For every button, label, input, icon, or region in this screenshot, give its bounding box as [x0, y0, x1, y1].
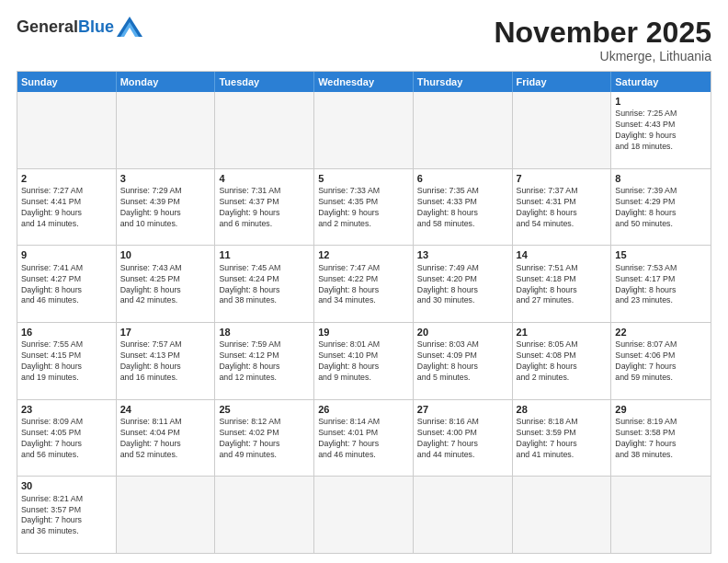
calendar-cell: 29Sunrise: 8:19 AM Sunset: 3:58 PM Dayli…	[611, 400, 711, 477]
calendar-cell: 20Sunrise: 8:03 AM Sunset: 4:09 PM Dayli…	[414, 323, 513, 399]
calendar-cell: 24Sunrise: 8:11 AM Sunset: 4:04 PM Dayli…	[117, 400, 216, 477]
calendar-cell: 10Sunrise: 7:43 AM Sunset: 4:25 PM Dayli…	[117, 246, 216, 322]
cell-day-number: 1	[615, 95, 707, 108]
cell-day-number: 5	[318, 172, 409, 185]
calendar-cell: 26Sunrise: 8:14 AM Sunset: 4:01 PM Dayli…	[314, 400, 414, 477]
calendar-cell: 18Sunrise: 7:59 AM Sunset: 4:12 PM Dayli…	[215, 323, 314, 399]
calendar-cell	[513, 92, 612, 168]
day-header-saturday: Saturday	[611, 72, 711, 92]
calendar-cell	[414, 92, 513, 168]
cell-day-number: 13	[417, 248, 508, 261]
cell-info: Sunrise: 8:05 AM Sunset: 4:08 PM Dayligh…	[517, 339, 608, 384]
cell-info: Sunrise: 7:25 AM Sunset: 4:43 PM Dayligh…	[615, 109, 707, 153]
calendar-row-4: 23Sunrise: 8:09 AM Sunset: 4:05 PM Dayli…	[17, 399, 711, 477]
cell-info: Sunrise: 7:33 AM Sunset: 4:35 PM Dayligh…	[318, 186, 409, 230]
cell-info: Sunrise: 8:21 AM Sunset: 3:57 PM Dayligh…	[21, 494, 112, 538]
calendar-cell: 14Sunrise: 7:51 AM Sunset: 4:18 PM Dayli…	[513, 246, 612, 322]
calendar-header: SundayMondayTuesdayWednesdayThursdayFrid…	[17, 72, 711, 92]
cell-day-number: 18	[219, 326, 310, 339]
calendar-cell: 15Sunrise: 7:53 AM Sunset: 4:17 PM Dayli…	[611, 246, 711, 322]
logo-blue-text: Blue	[78, 17, 114, 37]
calendar-cell: 21Sunrise: 8:05 AM Sunset: 4:08 PM Dayli…	[513, 323, 612, 399]
cell-day-number: 12	[318, 248, 409, 261]
cell-day-number: 24	[120, 403, 211, 416]
cell-info: Sunrise: 7:37 AM Sunset: 4:31 PM Dayligh…	[517, 186, 608, 230]
calendar-cell: 9Sunrise: 7:41 AM Sunset: 4:27 PM Daylig…	[17, 246, 117, 322]
calendar-cell: 11Sunrise: 7:45 AM Sunset: 4:24 PM Dayli…	[215, 246, 314, 322]
cell-info: Sunrise: 7:43 AM Sunset: 4:25 PM Dayligh…	[120, 263, 211, 307]
day-header-monday: Monday	[117, 72, 216, 92]
calendar-cell	[414, 477, 513, 553]
cell-day-number: 9	[21, 248, 112, 261]
calendar-cell: 7Sunrise: 7:37 AM Sunset: 4:31 PM Daylig…	[513, 169, 612, 246]
cell-info: Sunrise: 7:45 AM Sunset: 4:24 PM Dayligh…	[219, 263, 310, 307]
cell-day-number: 14	[517, 248, 608, 261]
calendar-row-3: 16Sunrise: 7:55 AM Sunset: 4:15 PM Dayli…	[17, 322, 711, 399]
logo: General Blue	[17, 17, 142, 37]
cell-day-number: 20	[417, 326, 508, 339]
calendar-cell	[117, 477, 216, 553]
cell-day-number: 10	[120, 248, 211, 261]
calendar-cell: 1Sunrise: 7:25 AM Sunset: 4:43 PM Daylig…	[611, 92, 711, 168]
cell-info: Sunrise: 8:11 AM Sunset: 4:04 PM Dayligh…	[120, 417, 211, 461]
cell-info: Sunrise: 8:16 AM Sunset: 4:00 PM Dayligh…	[417, 417, 508, 461]
cell-info: Sunrise: 7:59 AM Sunset: 4:12 PM Dayligh…	[219, 339, 310, 384]
day-header-wednesday: Wednesday	[314, 72, 414, 92]
cell-day-number: 26	[318, 403, 409, 416]
cell-info: Sunrise: 8:01 AM Sunset: 4:10 PM Dayligh…	[318, 339, 409, 384]
calendar-cell: 2Sunrise: 7:27 AM Sunset: 4:41 PM Daylig…	[17, 169, 117, 246]
cell-day-number: 7	[517, 172, 608, 185]
cell-info: Sunrise: 8:12 AM Sunset: 4:02 PM Dayligh…	[219, 417, 310, 461]
cell-day-number: 16	[21, 326, 112, 339]
calendar-cell: 6Sunrise: 7:35 AM Sunset: 4:33 PM Daylig…	[414, 169, 513, 246]
logo-general-text: General	[17, 17, 78, 37]
cell-day-number: 27	[417, 403, 508, 416]
day-header-friday: Friday	[513, 72, 612, 92]
calendar-cell: 13Sunrise: 7:49 AM Sunset: 4:20 PM Dayli…	[414, 246, 513, 322]
calendar-cell: 17Sunrise: 7:57 AM Sunset: 4:13 PM Dayli…	[117, 323, 216, 399]
cell-day-number: 28	[517, 403, 608, 416]
cell-day-number: 6	[417, 172, 508, 185]
calendar-cell: 22Sunrise: 8:07 AM Sunset: 4:06 PM Dayli…	[611, 323, 711, 399]
cell-info: Sunrise: 7:31 AM Sunset: 4:37 PM Dayligh…	[219, 186, 310, 230]
cell-day-number: 11	[219, 248, 310, 261]
cell-info: Sunrise: 8:14 AM Sunset: 4:01 PM Dayligh…	[318, 417, 409, 461]
cell-info: Sunrise: 7:55 AM Sunset: 4:15 PM Dayligh…	[21, 339, 112, 384]
calendar-cell	[215, 92, 314, 168]
cell-info: Sunrise: 8:03 AM Sunset: 4:09 PM Dayligh…	[417, 339, 508, 384]
day-header-sunday: Sunday	[17, 72, 117, 92]
calendar-row-5: 30Sunrise: 8:21 AM Sunset: 3:57 PM Dayli…	[17, 476, 711, 553]
cell-info: Sunrise: 7:35 AM Sunset: 4:33 PM Dayligh…	[417, 186, 508, 230]
calendar-cell: 28Sunrise: 8:18 AM Sunset: 3:59 PM Dayli…	[513, 400, 612, 477]
logo-icon	[117, 17, 142, 37]
cell-info: Sunrise: 7:29 AM Sunset: 4:39 PM Dayligh…	[120, 186, 211, 230]
calendar-row-0: 1Sunrise: 7:25 AM Sunset: 4:43 PM Daylig…	[17, 92, 711, 168]
header: General Blue November 2025 Ukmerge, Lith…	[17, 17, 711, 63]
calendar: SundayMondayTuesdayWednesdayThursdayFrid…	[17, 71, 711, 554]
calendar-cell: 5Sunrise: 7:33 AM Sunset: 4:35 PM Daylig…	[314, 169, 414, 246]
cell-info: Sunrise: 7:41 AM Sunset: 4:27 PM Dayligh…	[21, 263, 112, 307]
calendar-cell: 30Sunrise: 8:21 AM Sunset: 3:57 PM Dayli…	[17, 477, 117, 553]
cell-info: Sunrise: 7:51 AM Sunset: 4:18 PM Dayligh…	[517, 263, 608, 307]
cell-day-number: 21	[517, 326, 608, 339]
cell-info: Sunrise: 8:18 AM Sunset: 3:59 PM Dayligh…	[517, 417, 608, 461]
calendar-cell	[314, 477, 414, 553]
calendar-cell	[314, 92, 414, 168]
calendar-cell	[117, 92, 216, 168]
calendar-cell: 16Sunrise: 7:55 AM Sunset: 4:15 PM Dayli…	[17, 323, 117, 399]
title-section: November 2025 Ukmerge, Lithuania	[494, 17, 711, 63]
cell-day-number: 30	[21, 479, 112, 492]
calendar-cell	[513, 477, 612, 553]
calendar-cell	[611, 477, 711, 553]
calendar-row-2: 9Sunrise: 7:41 AM Sunset: 4:27 PM Daylig…	[17, 245, 711, 322]
cell-day-number: 23	[21, 403, 112, 416]
location: Ukmerge, Lithuania	[494, 49, 711, 63]
calendar-cell: 3Sunrise: 7:29 AM Sunset: 4:39 PM Daylig…	[117, 169, 216, 246]
cell-day-number: 22	[615, 326, 707, 339]
calendar-cell: 23Sunrise: 8:09 AM Sunset: 4:05 PM Dayli…	[17, 400, 117, 477]
month-title: November 2025	[494, 17, 711, 49]
calendar-row-1: 2Sunrise: 7:27 AM Sunset: 4:41 PM Daylig…	[17, 168, 711, 246]
cell-day-number: 19	[318, 326, 409, 339]
cell-day-number: 15	[615, 248, 707, 261]
cell-info: Sunrise: 8:07 AM Sunset: 4:06 PM Dayligh…	[615, 339, 707, 384]
